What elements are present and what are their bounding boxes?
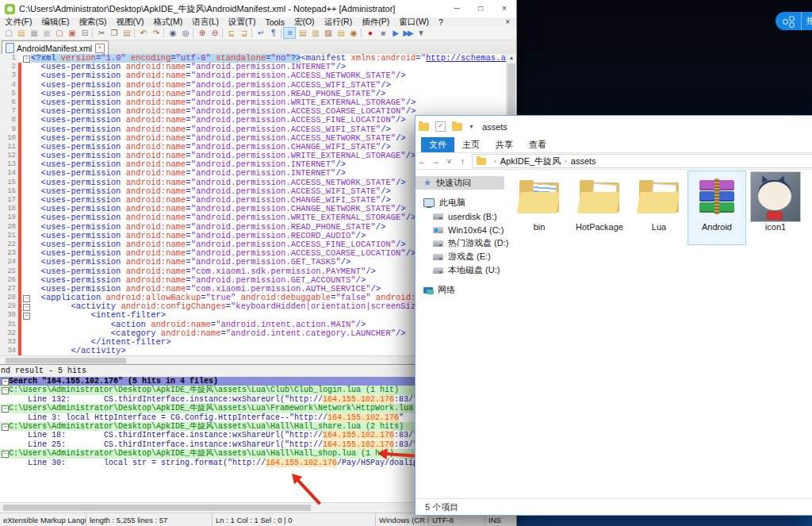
save-icon[interactable]: ▦ — [27, 27, 40, 39]
minimize-button[interactable]: ─ — [445, 0, 469, 17]
indent-guide-icon[interactable]: ≡ — [283, 27, 296, 39]
sync-vertical-icon[interactable]: ⊑ — [224, 27, 237, 39]
fold-collapse-icon[interactable] — [21, 54, 31, 63]
menu-item-12[interactable]: ? — [434, 17, 448, 27]
sidebar-item[interactable]: userdisk (B:) — [416, 209, 504, 223]
netdisk-float-widget[interactable]: 拖 — [776, 12, 812, 30]
macro-run-multiple-icon[interactable]: ▶▶ — [401, 27, 414, 39]
up-icon[interactable]: ↑ — [456, 156, 469, 166]
zoom-in-icon[interactable]: ⊕ — [195, 27, 208, 39]
open-file-icon[interactable]: ▤ — [14, 27, 27, 39]
forward-icon[interactable]: → — [429, 156, 442, 166]
menu-item-7[interactable]: Tools — [260, 17, 289, 27]
chevron-down-icon[interactable]: ▼ — [469, 124, 474, 129]
code-line[interactable]: 1<?xml version="1.0" encoding="utf-8" st… — [0, 54, 516, 63]
sidebar-item[interactable]: 热门游戏盘 (D:) — [416, 236, 504, 250]
scrollbar-thumb[interactable] — [3, 505, 311, 511]
menu-item-9[interactable]: 运行(R) — [320, 17, 358, 28]
collapse-icon[interactable] — [0, 422, 9, 431]
redo-icon[interactable]: ↷ — [149, 27, 162, 39]
close-all-icon[interactable]: ▣ — [65, 27, 78, 39]
macro-record-icon[interactable]: ● — [363, 27, 376, 39]
close-button[interactable]: × — [492, 0, 516, 17]
code-line[interactable]: 6 <uses-permission android:name="android… — [0, 98, 516, 107]
sidebar-item[interactable]: Win10x64 (C:) — [416, 223, 504, 236]
menu-item-4[interactable]: 格式(M) — [148, 17, 187, 28]
code-line[interactable]: 3 <uses-permission android:name="android… — [0, 71, 516, 80]
zoom-out-icon[interactable]: ⊖ — [208, 27, 220, 39]
ribbon-tab-文件[interactable]: 文件 — [421, 137, 454, 152]
macro-save-icon[interactable]: ▼ — [414, 27, 427, 39]
fold-collapse-icon[interactable] — [21, 302, 31, 311]
sync-horizontal-icon[interactable]: ⊒ — [237, 27, 250, 39]
monitoring-icon[interactable]: ◉ — [347, 27, 359, 39]
close-icon[interactable]: ▢ — [52, 27, 65, 39]
function-list-icon[interactable]: ▤ — [296, 27, 308, 39]
word-wrap-icon[interactable]: ↵ — [254, 27, 266, 39]
menu-close-icon[interactable]: × — [499, 17, 516, 26]
replace-icon[interactable]: ◎ — [178, 27, 191, 39]
collapse-icon[interactable] — [0, 377, 9, 386]
cut-icon[interactable]: ✂ — [94, 27, 107, 39]
maximize-button[interactable]: □ — [469, 0, 492, 17]
matched-ip: 164.155.102.176 — [323, 431, 394, 440]
ribbon-tab-主页[interactable]: 主页 — [454, 137, 488, 152]
collapse-icon[interactable] — [0, 404, 9, 413]
sidebar-item[interactable]: 本地磁盘 (U:) — [416, 263, 504, 277]
code-line[interactable]: 2 <uses-permission android:name="android… — [0, 63, 516, 71]
file-item-bin[interactable]: bin — [511, 171, 568, 244]
breadcrumb-apkide[interactable]: ApkIDE_牛旋风 — [500, 155, 561, 167]
properties-icon[interactable]: ✓ — [435, 121, 446, 132]
tab-close-icon[interactable]: × — [95, 44, 105, 53]
doc-switcher-icon[interactable]: ▨ — [321, 27, 334, 39]
menu-item-11[interactable]: 窗口(W) — [394, 17, 434, 28]
notepad-titlebar[interactable]: C:\Users\Administrator\Desktop\ApkIDE_牛旋… — [0, 0, 516, 17]
undo-icon[interactable]: ↶ — [136, 27, 149, 39]
macro-stop-icon[interactable]: ■ — [376, 27, 389, 39]
ribbon-tab-查看[interactable]: 查看 — [521, 137, 554, 152]
menu-item-6[interactable]: 设置(T) — [224, 17, 260, 28]
back-icon[interactable]: ← — [416, 156, 429, 166]
file-item-Android[interactable]: Android — [688, 171, 746, 245]
menu-item-8[interactable]: 宏(O) — [289, 17, 320, 28]
file-item-HotPackage[interactable]: HotPackage — [571, 171, 628, 244]
folder-as-workspace-icon[interactable]: ▤ — [334, 27, 347, 39]
scroll-up-icon[interactable]: ▲ — [507, 54, 516, 62]
collapse-icon[interactable] — [0, 386, 9, 394]
menu-item-0[interactable]: 文件(F) — [0, 17, 36, 28]
recent-locations-icon[interactable]: ˅ — [442, 156, 456, 166]
menu-item-10[interactable]: 插件(P) — [357, 17, 394, 28]
collapse-icon[interactable] — [0, 449, 9, 458]
code-line[interactable]: 4 <uses-permission android:name="android… — [0, 81, 516, 90]
new-file-icon[interactable]: ▢ — [2, 27, 14, 39]
fold-collapse-icon[interactable] — [21, 311, 31, 320]
new-folder-icon[interactable] — [452, 123, 462, 131]
fold-margin — [21, 134, 31, 143]
breadcrumb-assets[interactable]: assets — [571, 156, 596, 166]
document-map-icon[interactable]: ▥ — [308, 27, 321, 39]
sidebar-item[interactable]: 此电脑 — [416, 196, 504, 209]
file-item-Lua[interactable]: Lua — [630, 171, 688, 244]
menu-item-5[interactable]: 语言(L) — [187, 17, 224, 28]
sidebar-item[interactable]: 游戏盘 (E:) — [416, 250, 504, 263]
menu-item-2[interactable]: 搜索(S) — [74, 17, 111, 28]
macro-play-icon[interactable]: ▶ — [389, 27, 401, 39]
address-box[interactable]: › ApkIDE_牛旋风 › assets — [472, 154, 812, 168]
menu-item-1[interactable]: 编辑(E) — [36, 17, 74, 28]
find-icon[interactable]: ◉ — [166, 27, 178, 39]
print-icon[interactable]: ⊟ — [78, 27, 90, 39]
fold-collapse-icon[interactable] — [21, 294, 31, 302]
sidebar-item[interactable]: ★快速访问 — [416, 176, 504, 190]
ribbon-tab-共享[interactable]: 共享 — [488, 137, 521, 152]
explorer-titlebar[interactable]: ✓ ▼ assets — [416, 116, 812, 137]
code-line[interactable]: 5 <uses-permission android:name="android… — [0, 90, 516, 98]
file-item-icon1[interactable]: ★icon1 — [747, 171, 804, 244]
sidebar-item[interactable]: 网络 — [416, 283, 504, 297]
copy-icon[interactable]: ❐ — [107, 27, 120, 39]
tab-androidmanifest[interactable]: AndroidManifest.xml × — [2, 40, 109, 55]
show-all-characters-icon[interactable]: ¶ — [266, 27, 279, 39]
paste-icon[interactable]: ▤ — [120, 27, 132, 39]
scrollbar-thumb[interactable] — [6, 358, 126, 363]
menu-item-3[interactable]: 视图(V) — [111, 17, 148, 28]
save-all-icon[interactable]: ▦ — [40, 27, 52, 39]
